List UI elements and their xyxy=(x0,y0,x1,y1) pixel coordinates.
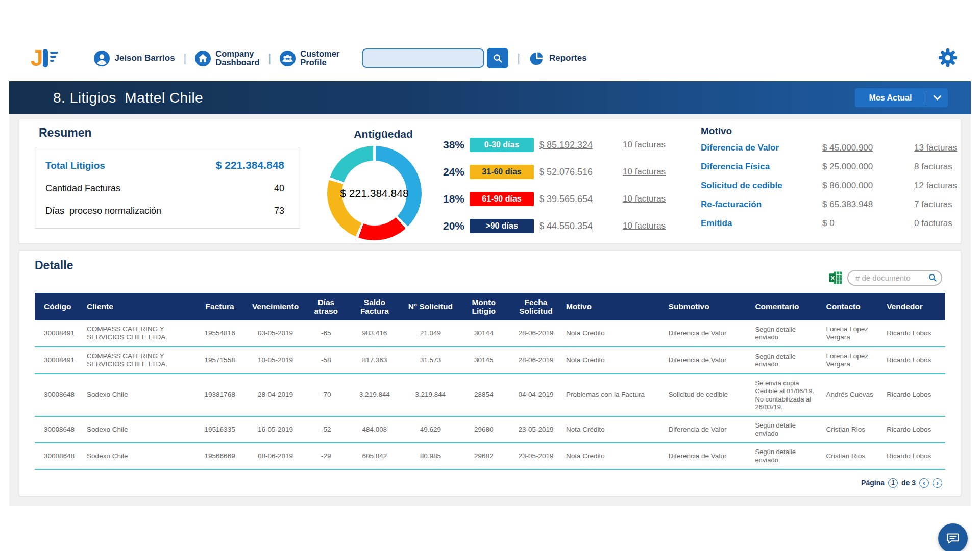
col-header-cliente[interactable]: Cliente xyxy=(83,293,195,320)
col-header-comentario[interactable]: Comentario xyxy=(751,293,822,320)
legend-amount-link[interactable]: $ 44.550.354 xyxy=(539,221,617,232)
motivo-facturas-link[interactable]: 13 facturas xyxy=(914,143,957,153)
legend-row: 24% 31-60 días $ 52.076.516 10 facturas xyxy=(438,163,666,181)
motivo-amount-link[interactable]: $ 45.000.900 xyxy=(822,143,914,153)
pie-chart-icon xyxy=(529,51,545,66)
table-header-row: Código Cliente Factura Vencimiento Días … xyxy=(35,293,945,320)
summary-card: Resumen Total Litigios $ 221.384.848 Can… xyxy=(19,119,961,244)
antiguedad-heading: Antigüedad xyxy=(320,128,447,140)
table-cell: 30008648 xyxy=(35,374,83,416)
table-cell: 605.842 xyxy=(346,443,404,469)
chat-bubble-icon xyxy=(945,531,961,546)
col-header-contacto[interactable]: Contacto xyxy=(822,293,883,320)
legend-badge: 0-30 días xyxy=(470,138,534,152)
table-cell: Lorena Lopez Vergara xyxy=(822,347,883,374)
motivo-link[interactable]: Re-facturación xyxy=(701,199,822,210)
main-content: 8. Litigios Mattel Chile Mes Actual Resu… xyxy=(9,81,971,506)
table-cell: -65 xyxy=(306,320,346,347)
nav-customer-profile[interactable]: Customer Profile xyxy=(280,49,339,67)
legend-facturas-link[interactable]: 10 facturas xyxy=(623,140,666,150)
logo-j-glyph: J xyxy=(31,48,42,68)
table-cell: Se envía copia Cedible al 01/06/19. No c… xyxy=(751,374,822,416)
col-header-factura[interactable]: Factura xyxy=(195,293,244,320)
customers-group-icon xyxy=(280,51,296,66)
legend-row: 20% >90 días $ 44.550.354 10 facturas xyxy=(438,217,666,235)
table-cell: 28-06-2019 xyxy=(510,320,562,347)
motivo-row: Diferencia de Valor $ 45.000.900 13 fact… xyxy=(701,143,966,162)
col-header-dias-atraso[interactable]: Días atraso xyxy=(306,293,346,320)
col-header-motivo[interactable]: Motivo xyxy=(562,293,664,320)
nav-reportes[interactable]: Reportes xyxy=(529,51,587,66)
table-cell: 08-06-2019 xyxy=(244,443,306,469)
pagination-current-page[interactable]: 1 xyxy=(888,478,898,488)
top-navigation: J Jeison Barrios | Company Dashboard | C… xyxy=(0,0,980,81)
table-cell: 19381768 xyxy=(195,374,244,416)
table-cell: 49.629 xyxy=(403,416,457,443)
motivo-link[interactable]: Emitida xyxy=(701,218,822,229)
motivo-amount-link[interactable]: $ 25.000.000 xyxy=(822,162,914,172)
table-cell: Sodexo Chile xyxy=(83,374,195,416)
table-cell: 30008491 xyxy=(35,320,83,347)
motivo-facturas-link[interactable]: 12 facturas xyxy=(914,181,957,191)
user-avatar-icon xyxy=(94,51,110,66)
motivo-row: Emitida $ 0 0 facturas xyxy=(701,218,966,237)
motivo-facturas-link[interactable]: 8 facturas xyxy=(914,162,952,172)
legend-facturas-link[interactable]: 10 facturas xyxy=(623,194,666,204)
page-title-bar: 8. Litigios Mattel Chile Mes Actual xyxy=(9,81,971,114)
donut-center-label: $ 221.384.848 xyxy=(314,187,434,199)
motivo-link[interactable]: Diferencia Física xyxy=(701,162,822,172)
motivo-link[interactable]: Diferencia de Valor xyxy=(701,143,822,153)
motivo-row: Solicitud de cedible $ 86.000.000 12 fac… xyxy=(701,181,966,199)
svg-text:X: X xyxy=(830,275,835,281)
document-search xyxy=(847,270,942,286)
motivo-link[interactable]: Solicitud de cedible xyxy=(701,181,822,191)
motivo-row: Diferencia Física $ 25.000.000 8 factura… xyxy=(701,162,966,181)
col-header-vencimiento[interactable]: Vencimiento xyxy=(244,293,306,320)
chat-fab-button[interactable] xyxy=(938,523,968,551)
legend-amount-link[interactable]: $ 85.192.324 xyxy=(539,140,617,151)
app-logo[interactable]: J xyxy=(31,48,58,68)
motivo-amount-link[interactable]: $ 65.383.948 xyxy=(822,199,914,210)
resumen-label: Cantidad Facturas xyxy=(45,183,120,194)
col-header-codigo[interactable]: Código xyxy=(35,293,83,320)
table-row: 30008648 Sodexo Chile 19381768 28-04-201… xyxy=(35,374,945,416)
table-cell: Diferencia de Valor xyxy=(665,320,751,347)
table-cell: Nota Crédito xyxy=(562,443,664,469)
col-header-fecha-solicitud[interactable]: Fecha Solicitud xyxy=(510,293,562,320)
motivo-amount-link[interactable]: $ 0 xyxy=(822,218,914,229)
table-cell: Diferencia de Valor xyxy=(665,443,751,469)
legend-amount-link[interactable]: $ 39.565.654 xyxy=(539,194,617,205)
col-header-monto-litigio[interactable]: Monto Litigio xyxy=(458,293,510,320)
period-selector-label: Mes Actual xyxy=(855,93,926,103)
global-search-button[interactable] xyxy=(487,48,508,68)
table-cell: 19571558 xyxy=(195,347,244,374)
legend-facturas-link[interactable]: 10 facturas xyxy=(623,167,666,177)
pagination-label: Página xyxy=(861,479,885,487)
table-cell: -29 xyxy=(306,443,346,469)
col-header-vendedor[interactable]: Vendedor xyxy=(883,293,945,320)
nav-company-dashboard[interactable]: Company Dashboard xyxy=(195,49,259,67)
motivo-facturas-link[interactable]: 7 facturas xyxy=(914,199,952,210)
logo-bar xyxy=(43,49,48,67)
motivo-facturas-link[interactable]: 0 facturas xyxy=(914,218,952,229)
pagination-prev-icon[interactable]: ‹ xyxy=(919,478,929,488)
table-cell: 30008648 xyxy=(35,416,83,443)
table-cell: Según detalle enviado xyxy=(751,320,822,347)
col-header-n-solicitud[interactable]: N° Solicitud xyxy=(403,293,457,320)
col-header-submotivo[interactable]: Submotivo xyxy=(665,293,751,320)
pagination-next-icon[interactable]: › xyxy=(933,478,942,488)
legend-amount-link[interactable]: $ 52.076.516 xyxy=(539,167,617,178)
pagination: Página 1 de 3 ‹ › xyxy=(19,478,942,488)
global-search-input[interactable] xyxy=(362,48,484,68)
col-header-saldo-factura[interactable]: Saldo Factura xyxy=(346,293,404,320)
motivo-amount-link[interactable]: $ 86.000.000 xyxy=(822,181,914,191)
settings-gear-icon[interactable] xyxy=(938,48,958,67)
nav-user[interactable]: Jeison Barrios xyxy=(94,51,175,66)
table-cell: Ricardo Lobos xyxy=(883,347,945,374)
period-selector[interactable]: Mes Actual xyxy=(855,88,948,107)
table-cell: -58 xyxy=(306,347,346,374)
legend-facturas-link[interactable]: 10 facturas xyxy=(623,221,666,231)
excel-export-icon[interactable]: X xyxy=(829,271,843,285)
table-cell: 3.219.844 xyxy=(403,374,457,416)
table-cell: Según detalle enviado xyxy=(751,416,822,443)
